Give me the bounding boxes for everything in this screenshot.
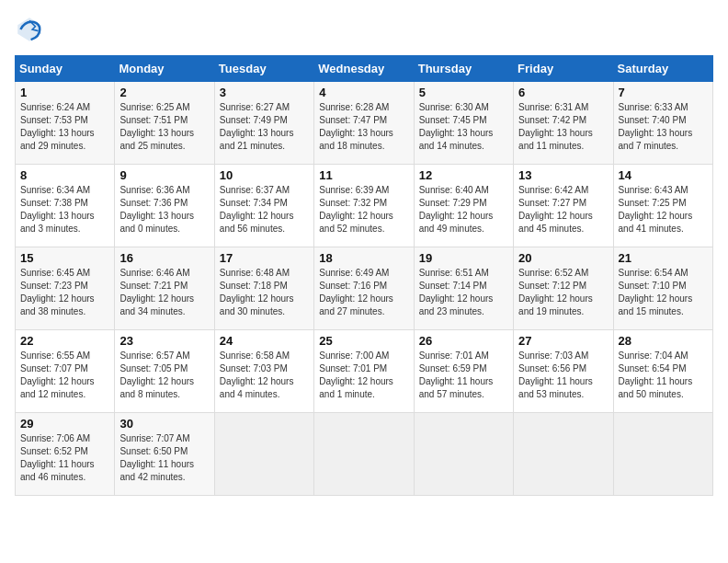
day-info: Sunrise: 7:01 AMSunset: 6:59 PMDaylight:… (419, 350, 508, 401)
day-info: Sunrise: 6:55 AMSunset: 7:07 PMDaylight:… (20, 350, 109, 401)
day-number: 18 (319, 251, 408, 265)
calendar-cell: 9 Sunrise: 6:36 AMSunset: 7:36 PMDayligh… (115, 165, 214, 247)
day-number: 17 (220, 251, 309, 265)
calendar-cell: 29 Sunrise: 7:06 AMSunset: 6:52 PMDaylig… (16, 413, 115, 496)
day-info: Sunrise: 6:51 AMSunset: 7:14 PMDaylight:… (419, 267, 508, 318)
day-number: 6 (518, 86, 608, 99)
day-info: Sunrise: 6:30 AMSunset: 7:45 PMDaylight:… (419, 101, 508, 153)
day-info: Sunrise: 7:00 AMSunset: 7:01 PMDaylight:… (319, 350, 408, 401)
day-number: 16 (119, 251, 209, 265)
day-number: 8 (20, 168, 109, 182)
day-number: 24 (220, 334, 309, 348)
day-info: Sunrise: 6:43 AMSunset: 7:25 PMDaylight:… (619, 184, 708, 236)
day-number: 4 (319, 86, 408, 99)
day-info: Sunrise: 6:24 AMSunset: 7:53 PMDaylight:… (20, 101, 109, 153)
page-header (15, 15, 713, 44)
day-number: 30 (119, 417, 209, 431)
day-number: 21 (619, 251, 708, 265)
weekday-header: Sunday (16, 56, 115, 82)
calendar-cell: 13 Sunrise: 6:42 AMSunset: 7:27 PMDaylig… (514, 165, 613, 247)
calendar-cell: 25 Sunrise: 7:00 AMSunset: 7:01 PMDaylig… (314, 330, 414, 413)
day-info: Sunrise: 6:37 AMSunset: 7:34 PMDaylight:… (220, 184, 309, 236)
weekday-header: Saturday (613, 56, 712, 82)
day-info: Sunrise: 6:27 AMSunset: 7:49 PMDaylight:… (220, 101, 309, 153)
weekday-header: Thursday (414, 56, 513, 82)
calendar-cell: 6 Sunrise: 6:31 AMSunset: 7:42 PMDayligh… (514, 82, 613, 165)
day-info: Sunrise: 6:49 AMSunset: 7:16 PMDaylight:… (319, 267, 408, 318)
calendar-cell: 7 Sunrise: 6:33 AMSunset: 7:40 PMDayligh… (613, 82, 712, 165)
calendar-cell: 11 Sunrise: 6:39 AMSunset: 7:32 PMDaylig… (314, 165, 414, 247)
day-number: 20 (518, 251, 608, 265)
calendar-cell: 15 Sunrise: 6:45 AMSunset: 7:23 PMDaylig… (16, 247, 115, 330)
day-info: Sunrise: 7:07 AMSunset: 6:50 PMDaylight:… (119, 432, 209, 484)
calendar-cell: 4 Sunrise: 6:28 AMSunset: 7:47 PMDayligh… (314, 82, 414, 165)
calendar-cell: 26 Sunrise: 7:01 AMSunset: 6:59 PMDaylig… (414, 330, 513, 413)
calendar-cell: 10 Sunrise: 6:37 AMSunset: 7:34 PMDaylig… (214, 165, 313, 247)
day-number: 9 (119, 168, 209, 182)
calendar-cell: 12 Sunrise: 6:40 AMSunset: 7:29 PMDaylig… (414, 165, 513, 247)
calendar-cell: 23 Sunrise: 6:57 AMSunset: 7:05 PMDaylig… (115, 330, 214, 413)
calendar-cell: 20 Sunrise: 6:52 AMSunset: 7:12 PMDaylig… (514, 247, 613, 330)
calendar-cell (414, 413, 513, 496)
calendar-cell (314, 413, 414, 496)
day-info: Sunrise: 6:45 AMSunset: 7:23 PMDaylight:… (20, 267, 109, 318)
calendar-cell (214, 413, 313, 496)
calendar-cell: 19 Sunrise: 6:51 AMSunset: 7:14 PMDaylig… (414, 247, 513, 330)
day-info: Sunrise: 6:25 AMSunset: 7:51 PMDaylight:… (119, 101, 209, 153)
calendar-cell: 1 Sunrise: 6:24 AMSunset: 7:53 PMDayligh… (16, 82, 115, 165)
day-info: Sunrise: 6:39 AMSunset: 7:32 PMDaylight:… (319, 184, 408, 236)
day-info: Sunrise: 6:34 AMSunset: 7:38 PMDaylight:… (20, 184, 109, 236)
day-info: Sunrise: 7:03 AMSunset: 6:56 PMDaylight:… (518, 350, 608, 401)
day-info: Sunrise: 6:48 AMSunset: 7:18 PMDaylight:… (220, 267, 309, 318)
day-info: Sunrise: 6:46 AMSunset: 7:21 PMDaylight:… (119, 267, 209, 318)
day-number: 22 (20, 334, 109, 348)
day-info: Sunrise: 7:04 AMSunset: 6:54 PMDaylight:… (619, 350, 708, 401)
weekday-header: Tuesday (214, 56, 313, 82)
calendar-cell: 3 Sunrise: 6:27 AMSunset: 7:49 PMDayligh… (214, 82, 313, 165)
weekday-header: Wednesday (314, 56, 414, 82)
day-number: 15 (20, 251, 109, 265)
day-info: Sunrise: 6:57 AMSunset: 7:05 PMDaylight:… (119, 350, 209, 401)
day-info: Sunrise: 6:36 AMSunset: 7:36 PMDaylight:… (119, 184, 209, 236)
day-number: 29 (20, 417, 109, 431)
calendar-cell: 22 Sunrise: 6:55 AMSunset: 7:07 PMDaylig… (16, 330, 115, 413)
calendar-cell: 24 Sunrise: 6:58 AMSunset: 7:03 PMDaylig… (214, 330, 313, 413)
calendar-cell: 14 Sunrise: 6:43 AMSunset: 7:25 PMDaylig… (613, 165, 712, 247)
calendar-cell: 18 Sunrise: 6:49 AMSunset: 7:16 PMDaylig… (314, 247, 414, 330)
calendar-cell: 8 Sunrise: 6:34 AMSunset: 7:38 PMDayligh… (16, 165, 115, 247)
day-number: 10 (220, 168, 309, 182)
day-info: Sunrise: 6:40 AMSunset: 7:29 PMDaylight:… (419, 184, 508, 236)
day-info: Sunrise: 6:28 AMSunset: 7:47 PMDaylight:… (319, 101, 408, 153)
calendar-cell: 28 Sunrise: 7:04 AMSunset: 6:54 PMDaylig… (613, 330, 712, 413)
calendar-cell: 30 Sunrise: 7:07 AMSunset: 6:50 PMDaylig… (115, 413, 214, 496)
day-info: Sunrise: 6:58 AMSunset: 7:03 PMDaylight:… (220, 350, 309, 401)
calendar-cell: 5 Sunrise: 6:30 AMSunset: 7:45 PMDayligh… (414, 82, 513, 165)
day-number: 26 (419, 334, 508, 348)
calendar-cell: 16 Sunrise: 6:46 AMSunset: 7:21 PMDaylig… (115, 247, 214, 330)
calendar-cell (514, 413, 613, 496)
calendar-cell: 21 Sunrise: 6:54 AMSunset: 7:10 PMDaylig… (613, 247, 712, 330)
day-number: 1 (20, 86, 109, 99)
calendar-cell (613, 413, 712, 496)
day-info: Sunrise: 6:52 AMSunset: 7:12 PMDaylight:… (518, 267, 608, 318)
day-number: 12 (419, 168, 508, 182)
day-info: Sunrise: 6:33 AMSunset: 7:40 PMDaylight:… (619, 101, 708, 153)
day-info: Sunrise: 7:06 AMSunset: 6:52 PMDaylight:… (20, 432, 109, 484)
calendar-cell: 17 Sunrise: 6:48 AMSunset: 7:18 PMDaylig… (214, 247, 313, 330)
weekday-header: Friday (514, 56, 613, 82)
day-number: 28 (619, 334, 708, 348)
day-info: Sunrise: 6:42 AMSunset: 7:27 PMDaylight:… (518, 184, 608, 236)
weekday-header: Monday (115, 56, 214, 82)
day-info: Sunrise: 6:31 AMSunset: 7:42 PMDaylight:… (518, 101, 608, 153)
day-number: 13 (518, 168, 608, 182)
day-number: 5 (419, 86, 508, 99)
calendar-cell: 27 Sunrise: 7:03 AMSunset: 6:56 PMDaylig… (514, 330, 613, 413)
day-number: 11 (319, 168, 408, 182)
day-number: 7 (619, 86, 708, 99)
day-number: 25 (319, 334, 408, 348)
day-number: 19 (419, 251, 508, 265)
day-number: 2 (119, 86, 209, 99)
day-number: 14 (619, 168, 708, 182)
day-number: 3 (220, 86, 309, 99)
calendar-cell: 2 Sunrise: 6:25 AMSunset: 7:51 PMDayligh… (115, 82, 214, 165)
